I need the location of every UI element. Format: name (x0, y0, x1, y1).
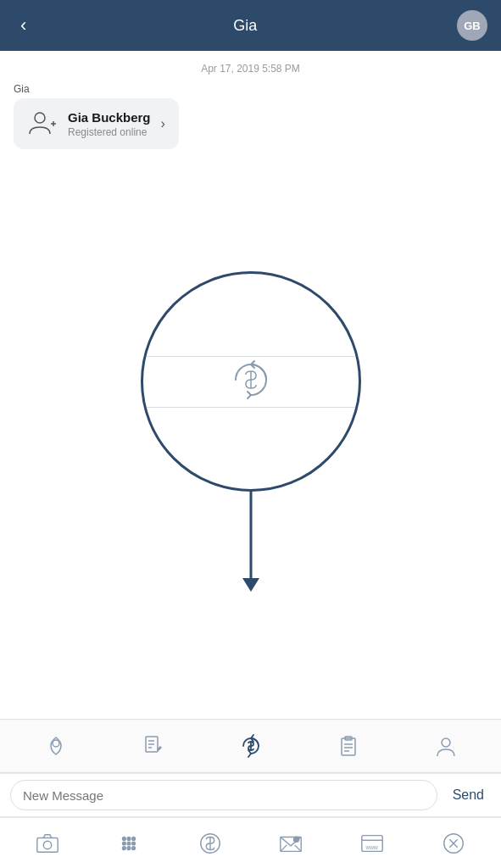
header-title: Gia (233, 17, 257, 35)
svg-rect-10 (342, 738, 355, 755)
svg-point-21 (122, 842, 125, 845)
add-person-icon (27, 108, 58, 139)
person-icon (434, 734, 458, 758)
bubble-chevron: › (161, 116, 165, 131)
svg-point-4 (53, 740, 59, 747)
magnifier-circle (141, 271, 361, 492)
bubble-name: Gia Buckberg (68, 110, 151, 125)
sender-label: Gia (14, 83, 501, 95)
bubble-subtitle: Registered online (68, 126, 151, 138)
camera-button[interactable] (26, 822, 69, 865)
svg-point-15 (442, 738, 450, 747)
map-toolbar-btn[interactable] (35, 725, 77, 767)
header: ‹ Gia GB (0, 0, 501, 51)
dollar-circle-icon (198, 831, 223, 856)
svg-rect-16 (37, 837, 58, 852)
svg-point-20 (131, 837, 135, 840)
send-button[interactable]: Send (446, 784, 491, 806)
keypad-button[interactable] (108, 822, 150, 865)
bottom-icon-bar: www (0, 817, 501, 868)
keypad-icon (116, 831, 142, 856)
bottom-section: Send (0, 719, 501, 868)
icon-toolbar (0, 719, 501, 773)
clipboard-icon (337, 734, 360, 758)
close-button[interactable] (432, 822, 475, 865)
www-icon: www (359, 831, 385, 856)
svg-point-25 (127, 846, 131, 849)
svg-point-18 (122, 837, 125, 840)
svg-point-24 (122, 846, 125, 849)
message-input-row: Send (0, 773, 501, 817)
www-button[interactable]: www (351, 822, 393, 865)
dollar-button[interactable] (189, 822, 231, 865)
svg-point-17 (43, 841, 51, 849)
money-transfer-toolbar-btn[interactable] (230, 725, 272, 767)
message-bubble[interactable]: Gia Buckberg Registered online › (14, 98, 179, 149)
message-timestamp: Apr 17, 2019 5:58 PM (0, 63, 501, 75)
svg-line-31 (295, 844, 302, 851)
avatar[interactable]: GB (457, 10, 487, 41)
close-icon (441, 831, 466, 856)
chat-area: Apr 17, 2019 5:58 PM Gia Gia Buckberg Re… (0, 51, 501, 653)
mail-button[interactable] (270, 822, 312, 865)
document-toolbar-btn[interactable] (132, 725, 175, 767)
person-toolbar-btn[interactable] (425, 725, 467, 767)
bubble-content: Gia Buckberg Registered online (68, 110, 151, 138)
svg-point-23 (131, 842, 135, 845)
money-transfer-icon (239, 734, 263, 758)
svg-point-26 (131, 846, 135, 849)
arrow-stem (249, 490, 252, 583)
camera-icon (35, 831, 60, 856)
svg-line-30 (281, 844, 287, 851)
svg-point-22 (127, 842, 131, 845)
map-icon (44, 734, 68, 758)
svg-point-32 (293, 836, 300, 843)
message-input[interactable] (10, 780, 437, 810)
svg-point-0 (35, 113, 45, 123)
document-pen-icon (142, 734, 165, 758)
svg-text:www: www (365, 843, 378, 849)
magnifier-content (143, 274, 359, 489)
clipboard-toolbar-btn[interactable] (327, 725, 370, 767)
arrow-head (242, 578, 259, 592)
mail-icon (278, 831, 303, 856)
back-button[interactable]: ‹ (14, 11, 33, 40)
dollar-rotate-icon (225, 354, 276, 409)
magnifier-overlay (141, 271, 361, 492)
svg-point-19 (127, 837, 131, 840)
